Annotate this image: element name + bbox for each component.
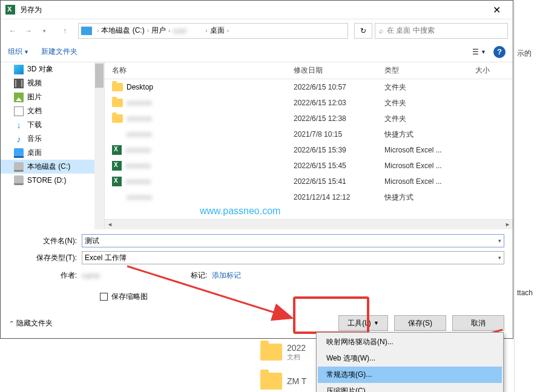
- filename-label: 文件名(N):: [9, 236, 82, 246]
- filename-input[interactable]: 测试 ▾: [82, 234, 504, 247]
- tags-input[interactable]: 添加标记: [212, 270, 241, 281]
- sidebar-item-label: 音乐: [27, 134, 42, 144]
- column-headers[interactable]: 名称 修改日期 类型 大小: [105, 62, 513, 79]
- window-title: 另存为: [20, 5, 486, 15]
- tools-menu-item[interactable]: 映射网络驱动器(N)...: [318, 334, 502, 350]
- help-button[interactable]: ?: [493, 46, 506, 58]
- tools-dropdown-menu: 映射网络驱动器(N)...Web 选项(W)...常规选项(G)...压缩图片(…: [316, 332, 504, 392]
- sidebar-item-label: 视频: [27, 78, 42, 88]
- crumb-drive[interactable]: 本地磁盘 (C:): [101, 25, 144, 36]
- toolbar: 组织▼ 新建文件夹 ☰▼ ?: [1, 42, 513, 62]
- file-row[interactable]: xxxxxxx2022/6/15 15:45Microsoft Excel ..…: [105, 158, 513, 174]
- file-row[interactable]: xxxxxxx2022/6/15 12:03文件夹: [105, 95, 513, 111]
- forward-button[interactable]: →: [21, 23, 36, 39]
- titlebar: 另存为 ✕: [1, 1, 513, 19]
- save-as-dialog: 另存为 ✕ ← → ▾ ↑ › 本地磁盘 (C:) › 用户 › user › …: [0, 0, 513, 339]
- back-button[interactable]: ←: [5, 23, 20, 39]
- sidebar-item[interactable]: 视频: [1, 76, 104, 90]
- thumbnail-checkbox[interactable]: [100, 293, 108, 301]
- search-input[interactable]: ⌕ 在 桌面 中搜索: [375, 23, 508, 39]
- tools-menu-item[interactable]: 常规选项(G)...: [318, 367, 502, 383]
- sidebar-scrollbar[interactable]: [94, 62, 104, 229]
- sidebar: 3D 对象视频图片文档↓下载♪音乐桌面本地磁盘 (C:)STORE (D:): [1, 62, 105, 229]
- nav-bar: ← → ▾ ↑ › 本地磁盘 (C:) › 用户 › user › 桌面 › ↻…: [1, 19, 513, 42]
- author-value[interactable]: name: [82, 272, 118, 280]
- sidebar-item[interactable]: 本地磁盘 (C:): [1, 160, 104, 174]
- folder-icon: [112, 99, 123, 107]
- file-row[interactable]: xxxxxxx2021/12/14 12:12快捷方式: [105, 189, 513, 205]
- tools-button[interactable]: 工具(L)▼: [338, 315, 388, 331]
- i-pic-icon: [14, 93, 24, 102]
- sidebar-item-label: STORE (D:): [27, 176, 66, 185]
- new-folder-button[interactable]: 新建文件夹: [41, 47, 77, 57]
- filetype-select[interactable]: Excel 工作簿 ▾: [82, 251, 504, 264]
- horizontal-scrollbar[interactable]: ◄►: [105, 219, 513, 229]
- i-drive-icon: [14, 175, 24, 185]
- author-label: 作者:: [9, 270, 82, 281]
- file-row[interactable]: xxxxxxx2022/6/15 15:41Microsoft Excel ..…: [105, 174, 513, 189]
- sidebar-item[interactable]: ♪音乐: [1, 132, 104, 146]
- tools-menu-item[interactable]: 压缩图片(C)...: [318, 383, 502, 392]
- crumb-users[interactable]: 用户: [151, 25, 166, 36]
- sidebar-item-label: 3D 对象: [27, 64, 53, 74]
- file-list[interactable]: Desktop2022/6/15 10:57文件夹xxxxxxx2022/6/1…: [105, 79, 513, 229]
- tools-menu-item[interactable]: Web 选项(W)...: [318, 350, 502, 367]
- sidebar-item[interactable]: 文档: [1, 104, 104, 118]
- sidebar-item[interactable]: ↓下载: [1, 118, 104, 132]
- i-video-icon: [14, 79, 24, 88]
- i-dl-icon: ↓: [14, 120, 24, 130]
- cancel-button[interactable]: 取消: [452, 315, 504, 331]
- hide-folders-button[interactable]: ⌃隐藏文件夹: [9, 318, 53, 328]
- save-button[interactable]: 保存(S): [394, 315, 446, 331]
- file-row[interactable]: xxxxxxx2021/7/8 10:15快捷方式: [105, 126, 513, 142]
- address-bar[interactable]: › 本地磁盘 (C:) › 用户 › user › 桌面 ›: [78, 23, 348, 39]
- folder-icon: [112, 114, 123, 123]
- filetype-label: 保存类型(T):: [9, 253, 82, 263]
- background-panel: 示的 ttach: [514, 0, 537, 392]
- view-mode-button[interactable]: ☰▼: [472, 48, 486, 56]
- xl-icon: [112, 177, 122, 186]
- i-3d-icon: [14, 65, 24, 74]
- sidebar-item[interactable]: 桌面: [1, 146, 104, 160]
- folder-icon: [112, 83, 123, 91]
- xl-icon: [112, 161, 122, 171]
- sidebar-item-label: 文档: [27, 106, 42, 116]
- i-music-icon: ♪: [14, 134, 24, 144]
- close-button[interactable]: ✕: [486, 2, 508, 18]
- sidebar-item-label: 下载: [27, 120, 42, 130]
- sidebar-item-label: 图片: [27, 92, 42, 102]
- sidebar-item[interactable]: STORE (D:): [1, 174, 104, 187]
- tags-label: 标记:: [191, 270, 212, 281]
- i-desk-icon: [14, 148, 24, 158]
- sidebar-item[interactable]: 图片: [1, 90, 104, 104]
- crumb-user[interactable]: user: [173, 27, 203, 35]
- file-row[interactable]: xxxxxxx2022/6/15 12:38文件夹: [105, 111, 513, 126]
- thumbnail-label: 保存缩略图: [111, 292, 148, 302]
- i-doc-icon: [14, 106, 24, 116]
- sidebar-item-label: 本地磁盘 (C:): [27, 162, 70, 172]
- file-row[interactable]: Desktop2022/6/15 10:57文件夹: [105, 79, 513, 95]
- recent-dropdown[interactable]: ▾: [37, 23, 51, 39]
- excel-icon: [5, 5, 15, 15]
- drive-icon: [81, 27, 92, 35]
- organize-button[interactable]: 组织▼: [8, 47, 29, 57]
- xl-icon: [112, 145, 122, 155]
- crumb-desktop[interactable]: 桌面: [210, 25, 225, 36]
- sidebar-item[interactable]: 3D 对象: [1, 62, 104, 76]
- refresh-button[interactable]: ↻: [354, 23, 372, 39]
- i-drive-icon: [14, 162, 24, 172]
- sidebar-item-label: 桌面: [27, 148, 42, 158]
- file-row[interactable]: xxxxxxx2022/6/15 15:39Microsoft Excel ..…: [105, 142, 513, 158]
- up-button[interactable]: ↑: [58, 23, 72, 39]
